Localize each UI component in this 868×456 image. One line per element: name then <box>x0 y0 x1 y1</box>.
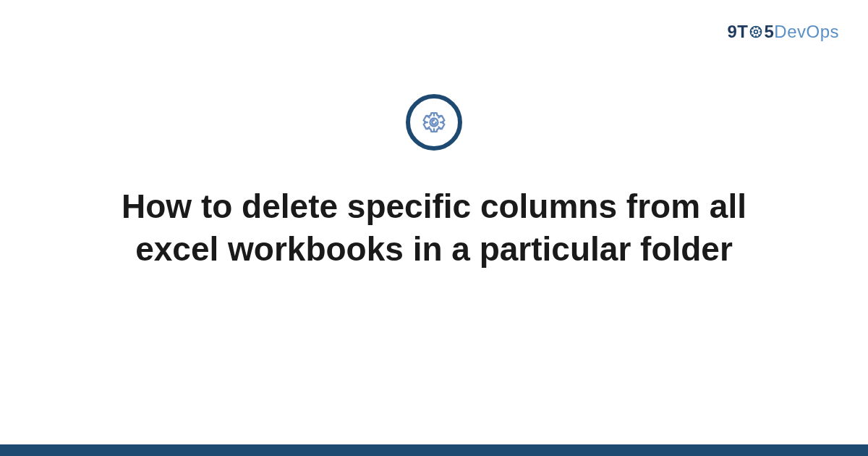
gear-badge-icon <box>406 94 462 151</box>
logo-text-dev: Dev <box>774 22 806 41</box>
svg-line-9 <box>759 28 760 29</box>
logo-text-5: 5 <box>764 22 774 41</box>
page-title: How to delete specific columns from all … <box>94 185 774 271</box>
logo-text-ops: Ops <box>806 22 839 41</box>
svg-point-1 <box>754 30 758 33</box>
svg-line-8 <box>752 34 754 35</box>
svg-line-7 <box>759 34 760 35</box>
footer-bar <box>0 444 868 456</box>
svg-line-6 <box>752 28 754 29</box>
brand-logo: 9T 5DevOps <box>727 22 839 42</box>
main-content: How to delete specific columns from all … <box>0 94 868 271</box>
logo-text-9t: 9T <box>727 22 748 41</box>
logo-gear-icon <box>749 25 763 39</box>
